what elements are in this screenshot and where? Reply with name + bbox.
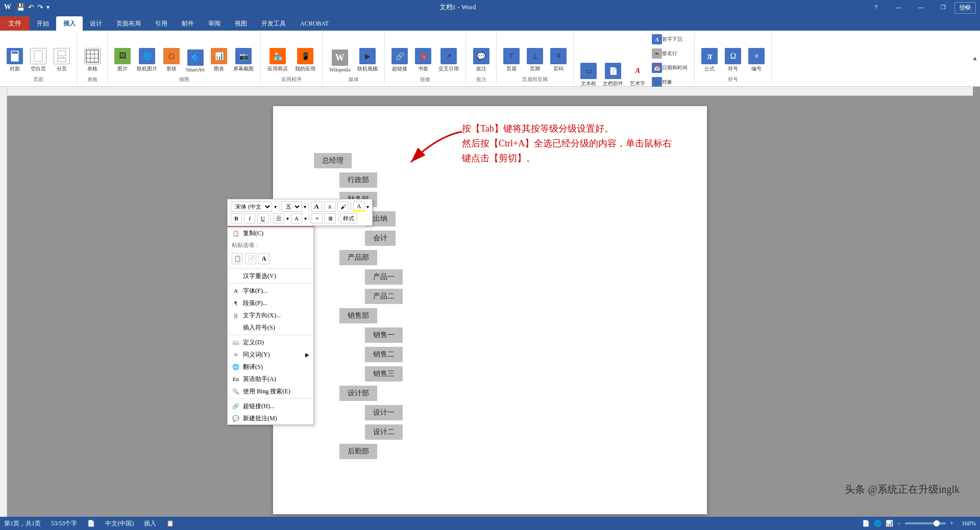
- btn-comment[interactable]: 💬 批注: [471, 46, 492, 74]
- restore-btn[interactable]: ❐: [933, 2, 953, 12]
- zoom-slider-thumb[interactable]: [934, 520, 940, 526]
- font-color-dropdown-icon[interactable]: ▾: [366, 204, 369, 210]
- highlight-btn[interactable]: 亖: [273, 213, 284, 223]
- online-video-icon: ▶: [359, 48, 376, 64]
- btn-textbox[interactable]: ▭ 文本框: [578, 61, 599, 89]
- btn-page-break[interactable]: 分页: [51, 46, 72, 74]
- ctx-text-direction[interactable]: ||| 文字方向(X)...: [228, 309, 313, 321]
- tab-review[interactable]: 审阅: [201, 16, 228, 31]
- ctx-copy-label: 复制(C): [243, 229, 263, 238]
- paste-icon-3[interactable]: A: [258, 253, 270, 264]
- btn-wordart[interactable]: A 艺术字: [627, 61, 648, 89]
- btn-pagenumber[interactable]: # 页码: [548, 46, 569, 74]
- font-size-select[interactable]: 五号: [281, 201, 302, 212]
- style-btn[interactable]: 样式: [340, 213, 357, 223]
- zoom-slider[interactable]: [905, 522, 946, 524]
- paste-icon-1[interactable]: 📋: [232, 253, 243, 264]
- format-painter-btn[interactable]: 🖌: [337, 201, 349, 212]
- view-web-btn[interactable]: 🌐: [874, 520, 881, 527]
- view-read-btn[interactable]: 📊: [886, 520, 893, 527]
- org-item-sales: 销售部: [339, 308, 377, 323]
- ribbon-collapse-btn[interactable]: —: [888, 2, 909, 12]
- highlight-dropdown-icon[interactable]: ▾: [286, 216, 289, 221]
- shrink-font-btn[interactable]: A: [324, 201, 335, 212]
- font-name-dropdown-icon[interactable]: ▾: [274, 204, 277, 210]
- tab-insert[interactable]: 插入: [56, 16, 83, 31]
- ctx-english-helper[interactable]: En 英语助手(A): [228, 373, 313, 385]
- section-icon[interactable]: 📋: [166, 520, 174, 527]
- tab-references[interactable]: 引用: [148, 16, 175, 31]
- ribbon-collapse-arrow[interactable]: ▲: [972, 55, 978, 62]
- document-area[interactable]: 按【Tab】键将其按等级分级设置好。 然后按【Ctrl+A】全选已经分级的内容，…: [7, 96, 973, 517]
- btn-bookmark[interactable]: 🔖 书签: [412, 46, 434, 74]
- btn-datetime[interactable]: 📅 日期和时间: [649, 61, 690, 74]
- minimize-btn[interactable]: —: [911, 2, 931, 12]
- tab-design[interactable]: 设计: [83, 16, 109, 31]
- btn-docparts[interactable]: 📄 文档部件: [600, 61, 626, 89]
- font-name-select[interactable]: 宋体 (中文: [231, 201, 272, 212]
- grow-font-btn[interactable]: A: [311, 201, 322, 212]
- btn-wikipedia[interactable]: W Wikipedia: [327, 48, 353, 74]
- btn-header[interactable]: ⊤ 页眉: [501, 46, 522, 74]
- save-quick-btn[interactable]: 💾: [16, 3, 25, 12]
- tab-file[interactable]: 文件: [0, 16, 30, 31]
- btn-blank-page[interactable]: 空白页: [28, 46, 49, 74]
- font-color-btn[interactable]: A: [353, 201, 364, 212]
- btn-my-apps[interactable]: 📱 我的应用: [292, 46, 318, 74]
- ctx-new-comment[interactable]: 💬 新建批注(M): [228, 412, 313, 424]
- btn-app-store[interactable]: 🏪 应用商店: [265, 46, 290, 74]
- btn-smartart[interactable]: 🔷 SmartArt: [183, 48, 207, 74]
- btn-chart[interactable]: 📊 图表: [208, 46, 230, 74]
- zoom-level[interactable]: 160%: [958, 520, 976, 527]
- font-size-dropdown-icon[interactable]: ▾: [304, 204, 306, 210]
- ctx-translate[interactable]: 🌐 翻译(S): [228, 361, 313, 373]
- bold-btn[interactable]: B: [231, 213, 242, 223]
- btn-symbol[interactable]: Ω 符号: [722, 46, 744, 74]
- btn-dropcap[interactable]: A 首字下沉: [649, 33, 690, 46]
- paste-icon-2[interactable]: 📄: [245, 253, 256, 264]
- ctx-font[interactable]: A 字体(F)...: [228, 285, 313, 297]
- ctx-hyperlink[interactable]: 🔗 超链接(H)...: [228, 400, 313, 412]
- btn-crossref[interactable]: ↗ 交叉引用: [436, 46, 461, 74]
- help-btn[interactable]: ?: [866, 2, 886, 12]
- tab-home[interactable]: 开始: [30, 16, 56, 31]
- btn-hyperlink[interactable]: 🔗 超链接: [389, 46, 410, 74]
- tab-mailings[interactable]: 邮件: [175, 16, 201, 31]
- font-color2-dropdown-icon[interactable]: ▾: [304, 216, 307, 221]
- ctx-insert-symbol[interactable]: 插入符号(S): [228, 321, 313, 334]
- italic-btn[interactable]: I: [244, 213, 255, 223]
- ctx-chinese-reselect[interactable]: 汉字重选(V): [228, 270, 313, 282]
- btn-cover[interactable]: 封面: [4, 46, 26, 74]
- login-button[interactable]: 登录: [954, 2, 976, 14]
- btn-footer[interactable]: ⊥ 页脚: [524, 46, 546, 74]
- undo-quick-btn[interactable]: ↶: [28, 3, 34, 12]
- btn-sigline[interactable]: ✒ 签名行: [649, 47, 690, 60]
- customize-quick-btn[interactable]: ▾: [46, 4, 50, 11]
- btn-formula[interactable]: π 公式: [699, 46, 720, 74]
- numbering-btn[interactable]: ≣: [325, 213, 336, 223]
- ctx-copy[interactable]: 📋 复制(C): [228, 227, 313, 239]
- zoom-minus-btn[interactable]: −: [897, 520, 901, 527]
- btn-screenshot[interactable]: 📷 屏幕截图: [231, 46, 256, 74]
- tab-layout[interactable]: 页面布局: [109, 16, 148, 31]
- font-color2-btn[interactable]: A: [291, 213, 302, 223]
- ctx-synonyms[interactable]: ≈ 同义词(Y) ▶: [228, 348, 313, 361]
- btn-image[interactable]: 🖼 图片: [112, 46, 133, 74]
- view-print-btn[interactable]: 📄: [862, 520, 870, 527]
- btn-online-image[interactable]: 🌐 联机图片: [134, 46, 160, 74]
- btn-shape[interactable]: ⬡ 形状: [161, 46, 182, 74]
- tab-developer[interactable]: 开发工具: [254, 16, 293, 31]
- ctx-paragraph[interactable]: ¶ 段落(P)...: [228, 297, 313, 309]
- tab-acrobat[interactable]: ACROBAT: [293, 16, 336, 31]
- bullets-btn[interactable]: ≡: [311, 213, 323, 223]
- zoom-plus-btn[interactable]: +: [950, 520, 953, 527]
- underline-btn[interactable]: U: [257, 213, 268, 223]
- ctx-bing-search[interactable]: 🔍 使用 Bing 搜索(E): [228, 385, 313, 397]
- doc-check-icon[interactable]: 📄: [87, 520, 95, 527]
- ctx-define[interactable]: 📖 定义(D): [228, 336, 313, 348]
- btn-table[interactable]: 表格: [82, 46, 103, 74]
- tab-view[interactable]: 视图: [228, 16, 254, 31]
- btn-online-video[interactable]: ▶ 联机视频: [355, 46, 380, 74]
- btn-numbering[interactable]: # 编号: [746, 46, 767, 74]
- redo-quick-btn[interactable]: ↷: [37, 3, 43, 12]
